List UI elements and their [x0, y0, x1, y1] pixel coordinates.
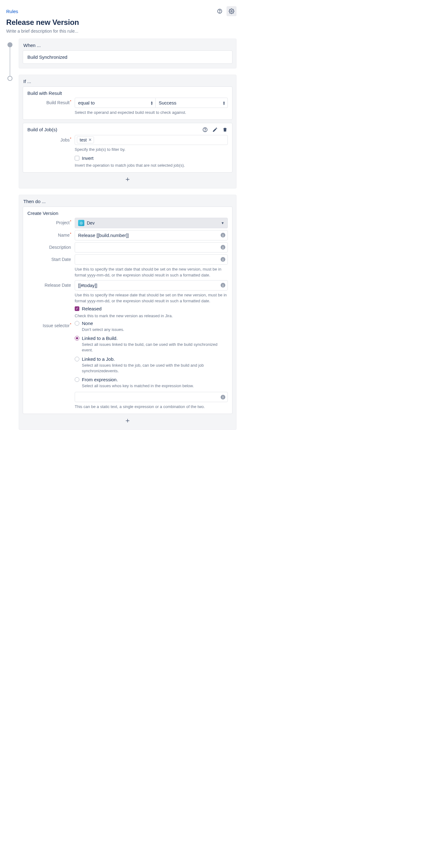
- description-input[interactable]: [75, 242, 228, 252]
- expression-input[interactable]: [75, 392, 228, 402]
- when-dot: [7, 42, 12, 47]
- release-date-label: Release Date: [44, 283, 71, 288]
- build-jobs-title: Build of Job(s): [27, 127, 57, 132]
- help-icon[interactable]: [202, 127, 208, 132]
- then-create-version-panel: Create Version Project* ◎ Dev ▼ Name*: [23, 207, 233, 414]
- then-label: Then do ...: [23, 199, 233, 204]
- released-label: Released: [82, 306, 101, 311]
- if-build-result-panel: Build with Result Build Result* equal to…: [23, 87, 233, 120]
- jobs-input[interactable]: test ✕: [75, 135, 228, 145]
- issue-selector-expression-help: Select all issues whos key is matched in…: [82, 383, 228, 389]
- then-section: Then do ... Create Version Project* ◎ De…: [19, 195, 237, 430]
- issue-selector-none-help: Don't select any issues.: [82, 327, 228, 333]
- svg-point-1: [219, 12, 220, 12]
- select-arrows-icon: ▴▾: [223, 101, 225, 105]
- settings-icon[interactable]: [227, 6, 237, 16]
- if-label: If ...: [23, 79, 233, 84]
- if-dot: [7, 76, 12, 81]
- issue-selector-job-help: Select all issues linked to the job, can…: [82, 363, 228, 374]
- delete-icon[interactable]: [222, 127, 228, 132]
- build-result-help: Select the operand and expected build re…: [75, 110, 228, 116]
- job-token: test ✕: [77, 136, 94, 143]
- edit-icon[interactable]: [212, 127, 218, 132]
- issue-selector-expression[interactable]: From expression.: [75, 377, 228, 382]
- trigger-name: Build Synchronized: [27, 55, 67, 60]
- issue-selector-build[interactable]: Linked to a Build.: [75, 336, 228, 341]
- build-result-title: Build with Result: [27, 91, 228, 96]
- jobs-help: Specify the job(s) to filter by.: [75, 147, 228, 153]
- invert-label: Invert: [82, 155, 94, 161]
- rail-line: [10, 45, 10, 79]
- invert-checkbox[interactable]: [75, 156, 79, 160]
- project-icon: ◎: [78, 220, 84, 226]
- project-select[interactable]: ◎ Dev ▼: [75, 218, 228, 228]
- when-trigger-panel[interactable]: Build Synchronized: [23, 51, 233, 64]
- description-label: Description: [49, 245, 71, 250]
- page-title: Release new Version: [6, 18, 237, 27]
- released-help: Check this to mark the new version as re…: [75, 313, 228, 319]
- info-icon[interactable]: i: [220, 283, 225, 288]
- release-date-input[interactable]: [75, 280, 228, 290]
- if-section: If ... Build with Result Build Result* e…: [19, 75, 237, 188]
- issue-selector-none[interactable]: None: [75, 321, 228, 326]
- chevron-down-icon: ▼: [221, 221, 225, 225]
- add-action-button[interactable]: ＋: [23, 414, 233, 425]
- name-label: Name: [58, 232, 69, 238]
- start-date-help: Use this to specify the start date that …: [75, 266, 228, 278]
- select-arrows-icon: ▴▾: [151, 101, 153, 105]
- info-icon[interactable]: i: [220, 257, 225, 262]
- if-build-jobs-panel: Build of Job(s) Jobs* test ✕: [23, 123, 233, 173]
- info-icon[interactable]: i: [220, 245, 225, 250]
- expression-help: This can be a static text, a single expr…: [75, 404, 228, 410]
- rules-link[interactable]: Rules: [6, 9, 18, 14]
- invert-help: Invert the operation to match jobs that …: [75, 162, 228, 168]
- name-input[interactable]: [75, 230, 228, 240]
- svg-point-2: [231, 10, 233, 12]
- issue-selector-label: Issue selector: [42, 323, 69, 328]
- release-date-help: Use this to specify the release date tha…: [75, 292, 228, 304]
- create-version-title: Create Version: [27, 211, 228, 216]
- when-section: When ... Build Synchronized: [19, 38, 237, 68]
- issue-selector-build-help: Select all issues linked to the build, c…: [82, 342, 228, 353]
- build-result-label: Build Result: [47, 100, 70, 105]
- start-date-input[interactable]: [75, 254, 228, 265]
- released-checkbox[interactable]: ✓: [75, 306, 79, 311]
- start-date-label: Start Date: [51, 257, 71, 262]
- info-icon[interactable]: i: [220, 395, 225, 399]
- issue-selector-job[interactable]: Linked to a Job.: [75, 356, 228, 362]
- help-icon[interactable]: [215, 6, 225, 16]
- project-label: Project: [56, 220, 70, 225]
- svg-point-4: [205, 131, 205, 131]
- build-result-operand-select[interactable]: equal to ▴▾: [75, 98, 156, 108]
- info-icon[interactable]: i: [220, 233, 225, 238]
- remove-token-icon[interactable]: ✕: [88, 137, 92, 142]
- build-result-value-select[interactable]: Success ▴▾: [156, 98, 228, 108]
- add-condition-button[interactable]: ＋: [23, 173, 233, 184]
- when-label: When ...: [23, 42, 233, 48]
- jobs-label: Jobs: [60, 137, 70, 143]
- rule-description-placeholder[interactable]: Write a brief description for this rule.…: [6, 29, 237, 34]
